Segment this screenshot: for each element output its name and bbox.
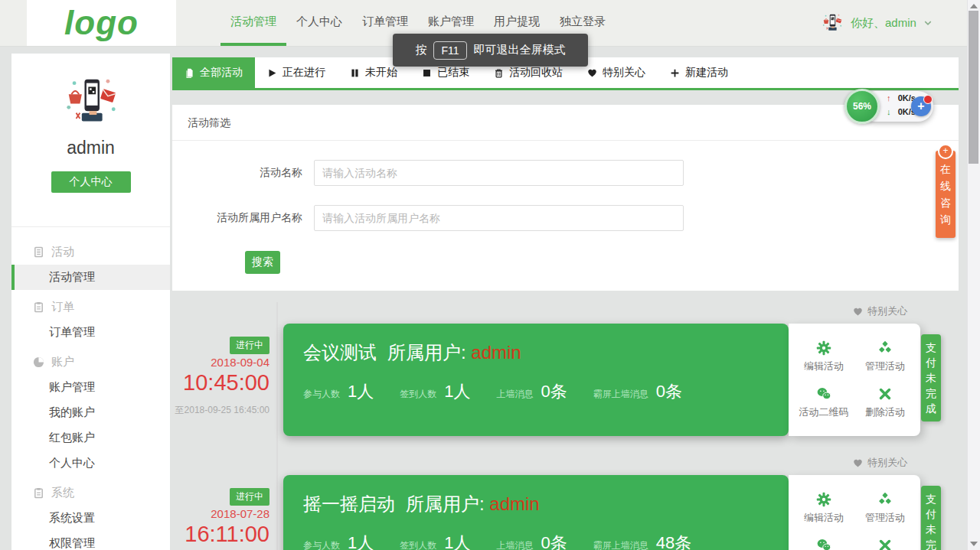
- trash-icon: [494, 68, 504, 78]
- action-manage-activity[interactable]: 管理活动: [854, 334, 916, 380]
- filter-title: 活动筛选: [172, 105, 959, 141]
- user-avatar-phone-icon: [821, 11, 844, 34]
- payment-status-label: 支付未完成: [926, 491, 937, 550]
- activity-card[interactable]: 摇一摇启动所属用户: admin 参与人数1人签到人数1人上墙消息0条霸屏上墙消…: [283, 475, 789, 550]
- action-activity-qrcode[interactable]: 活动二维码: [793, 380, 854, 426]
- action-delete-activity[interactable]: 删除活动: [854, 380, 916, 426]
- delete-x-icon: [877, 538, 893, 550]
- f11-key: F11: [433, 41, 466, 60]
- gear-icon: [816, 340, 831, 356]
- favorite-toggle[interactable]: 特别关心: [853, 304, 907, 318]
- favorite-toggle[interactable]: 特别关心: [853, 456, 907, 470]
- sidebar-item-6[interactable]: 账户管理: [11, 375, 170, 400]
- page-scrollbar[interactable]: [967, 0, 980, 550]
- tab-1[interactable]: 全部活动: [172, 57, 255, 88]
- action-label: 管理活动: [865, 360, 905, 373]
- start-date: 2018-07-28: [161, 507, 270, 520]
- stat-label: 签到人数: [400, 539, 436, 550]
- action-edit-activity[interactable]: 编辑活动: [793, 486, 854, 532]
- wechat-icon: [816, 538, 831, 550]
- delete-x-icon: [877, 386, 893, 402]
- cubes-icon: [877, 492, 893, 507]
- sidebar: admin 个人中心 活动活动管理订单订单管理账户账户管理我的账户红包账户个人中…: [11, 54, 170, 550]
- action-label: 活动二维码: [799, 405, 849, 419]
- online-consult-tab[interactable]: + 在线咨询: [936, 144, 956, 228]
- profile-center-button[interactable]: 个人中心: [51, 171, 131, 193]
- scrollbar-down-arrow[interactable]: [970, 542, 978, 546]
- sidebar-item-4[interactable]: 订单管理: [11, 320, 170, 345]
- stat-label: 签到人数: [400, 388, 436, 401]
- badge-wrap: 进行中: [161, 488, 270, 506]
- cubes-icon: [877, 340, 893, 356]
- activity-name-input[interactable]: [314, 160, 684, 186]
- logo[interactable]: logo: [27, 0, 176, 46]
- action-label: 管理活动: [865, 511, 905, 525]
- tab-2[interactable]: 正在进行: [255, 57, 338, 88]
- filter-row: 活动所属用户名称: [172, 205, 959, 231]
- activity-owner-input[interactable]: [314, 205, 684, 231]
- sidebar-section-label: 系统: [51, 486, 74, 500]
- sidebar-item-8[interactable]: 红包账户: [11, 425, 170, 451]
- payment-status-tab[interactable]: 支付未完成: [921, 486, 941, 550]
- sidebar-item-9[interactable]: 个人中心: [11, 451, 170, 476]
- tab-label: 特别关心: [603, 66, 645, 80]
- consult-label: 在线咨询: [939, 161, 952, 228]
- sidebar-item-11[interactable]: 系统设置: [11, 506, 170, 531]
- tab-7[interactable]: 新建活动: [658, 57, 740, 88]
- stat-value: 0条: [541, 380, 567, 403]
- scrollbar-thumb[interactable]: [969, 11, 978, 164]
- sidebar-item-7[interactable]: 我的账户: [11, 400, 170, 425]
- pie-chart-icon: [33, 356, 44, 368]
- action-manage-activity[interactable]: 管理活动: [854, 486, 916, 532]
- user-menu[interactable]: 你好、admin: [821, 0, 933, 46]
- stat-value: 1人: [444, 532, 470, 550]
- stat-label: 霸屏上墙消息: [593, 539, 648, 550]
- pause-icon: [350, 68, 360, 78]
- status-badge: 进行中: [230, 337, 270, 354]
- stat: 霸屏上墙消息48条: [593, 532, 691, 550]
- search-button[interactable]: 搜索: [245, 251, 280, 274]
- gear-icon: [816, 492, 831, 507]
- sidebar-item-2[interactable]: 活动管理: [11, 265, 170, 290]
- stop-icon: [422, 68, 432, 78]
- plus-circle-icon: +: [938, 144, 953, 159]
- action-label: 删除活动: [865, 405, 905, 419]
- nav-item-2[interactable]: 个人中心: [286, 0, 352, 46]
- start-time: 10:45:00: [161, 370, 270, 395]
- filter-row: 活动名称: [172, 160, 959, 186]
- stat-label: 上墙消息: [497, 388, 534, 401]
- stat: 上墙消息0条: [497, 532, 567, 550]
- activity-owner-label: 活动所属用户名称: [172, 211, 302, 225]
- add-task-button[interactable]: +: [911, 96, 931, 116]
- stat: 霸屏上墙消息0条: [593, 380, 682, 403]
- activity-card[interactable]: 会议测试所属用户: admin 参与人数1人签到人数1人上墙消息0条霸屏上墙消息…: [283, 324, 789, 436]
- fullscreen-exit-toast: 按 F11 即可退出全屏模式: [393, 34, 588, 67]
- activity-title: 会议测试所属用户: admin: [303, 340, 789, 365]
- sidebar-menu: 活动活动管理订单订单管理账户账户管理我的账户红包账户个人中心系统系统设置权限管理…: [11, 227, 170, 550]
- scrollbar-up-arrow[interactable]: [970, 4, 978, 8]
- nav-item-1[interactable]: 活动管理: [220, 0, 286, 46]
- heart-icon: [587, 68, 597, 78]
- action-label: 编辑活动: [804, 511, 844, 525]
- memory-percent-badge[interactable]: 56%: [844, 89, 880, 124]
- actions-panel: 编辑活动管理活动活动二维码删除活动: [789, 324, 920, 436]
- stat-value: 0条: [656, 380, 682, 403]
- stat: 参与人数1人: [303, 380, 374, 403]
- activity-title: 摇一摇启动所属用户: admin: [303, 492, 789, 516]
- clipboard-icon: [33, 301, 44, 313]
- action-edit-activity[interactable]: 编辑活动: [793, 334, 854, 380]
- action-activity-qrcode[interactable]: 活动二维码: [793, 532, 854, 550]
- payment-status-tab[interactable]: 支付未完成: [921, 334, 941, 421]
- document-icon: [33, 246, 44, 258]
- owner-label: 所属用户:: [387, 342, 466, 363]
- tab-label: 未开始: [365, 66, 397, 80]
- action-delete-activity[interactable]: 删除活动: [854, 532, 916, 550]
- sidebar-item-12[interactable]: 权限管理: [11, 531, 170, 550]
- stat-value: 1人: [348, 532, 374, 550]
- owner-name: admin: [489, 493, 539, 514]
- download-speed-widget[interactable]: 56% ↑ 0K/s ↓ 0K/s +: [844, 89, 933, 124]
- chevron-down-icon: [923, 18, 933, 28]
- tab-label: 活动回收站: [509, 66, 563, 80]
- stat-label: 上墙消息: [497, 539, 534, 550]
- tab-label: 已结束: [437, 66, 469, 80]
